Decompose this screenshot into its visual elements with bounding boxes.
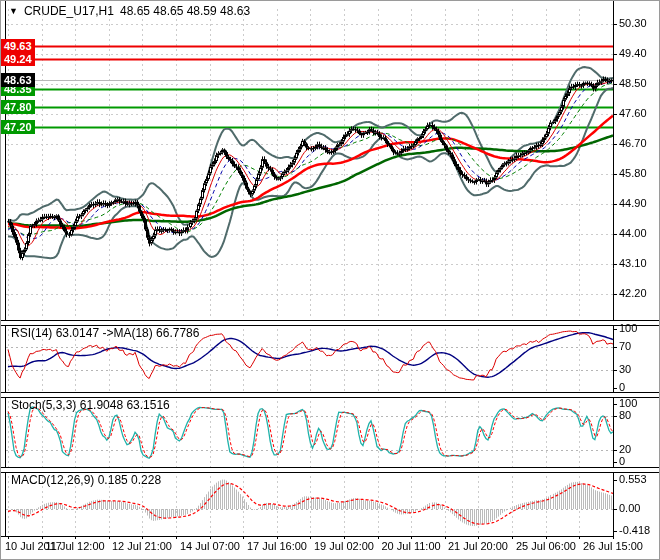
time-axis-label: 25 Jul 06:00 [516, 540, 576, 552]
macd-axis-label: 0.00 [619, 502, 640, 514]
price-axis-label: 48.50 [619, 77, 647, 89]
stoch-axis-label: 100 [619, 397, 637, 409]
chart-dropdown-icon[interactable]: ▼ [9, 5, 18, 17]
rsi-axis-label: 100 [619, 322, 637, 334]
time-axis-label: 14 Jul 07:00 [180, 540, 240, 552]
price-axis-label: 45.80 [619, 167, 647, 179]
price-axis-label: 44.00 [619, 227, 647, 239]
time-axis-label: 21 Jul 20:00 [448, 540, 508, 552]
price-level-badge: 49.24 [1, 52, 35, 66]
price-axis-label: 50.30 [619, 17, 647, 29]
time-axis-label: 12 Jul 21:00 [112, 540, 172, 552]
stoch-indicator-label: Stoch(5,3,3) 61.9048 63.1516 [11, 398, 170, 412]
time-axis-label: 20 Jul 11:00 [382, 540, 441, 552]
stoch-axis-label: 80 [619, 409, 631, 421]
trading-chart-window: ▼ CRUDE_U17,H1 48.65 48.65 48.59 48.63 R… [0, 0, 660, 560]
stoch-axis-label: 20 [619, 443, 631, 455]
chart-title: ▼ CRUDE_U17,H1 48.65 48.65 48.59 48.63 [9, 4, 250, 18]
time-axis-label: 26 Jul 15:00 [583, 540, 643, 552]
price-level-badge: 49.63 [1, 39, 35, 53]
symbol-timeframe-label: CRUDE_U17,H1 [24, 4, 114, 18]
rsi-indicator-label: RSI(14) 63.0147 ->MA(18) 66.7786 [11, 326, 199, 340]
price-axis-label: 46.70 [619, 137, 647, 149]
price-axis-label: 47.60 [619, 107, 647, 119]
time-axis-label: 19 Jul 02:00 [314, 540, 374, 552]
time-axis-label: 11 Jul 12:00 [46, 540, 105, 552]
price-axis-label: 49.40 [619, 47, 647, 59]
time-axis-label: 17 Jul 16:00 [247, 540, 307, 552]
rsi-axis-label: 0 [619, 381, 625, 393]
macd-axis-label: 0.553 [619, 473, 647, 485]
macd-axis-label: -0.418 [619, 524, 650, 536]
price-axis-label: 42.20 [619, 287, 647, 299]
ohlc-values: 48.65 48.65 48.59 48.63 [120, 4, 250, 18]
price-axis-label: 43.10 [619, 257, 647, 269]
price-level-badge: 47.20 [1, 120, 35, 134]
macd-indicator-label: MACD(12,26,9) 0.185 0.228 [11, 473, 161, 487]
stoch-axis-label: 0 [619, 455, 625, 467]
rsi-axis-label: 70 [619, 340, 631, 352]
price-level-badge: 47.80 [1, 100, 35, 114]
rsi-axis-label: 30 [619, 363, 631, 375]
price-axis-label: 44.90 [619, 197, 647, 209]
current-price-badge: 48.63 [1, 73, 35, 87]
